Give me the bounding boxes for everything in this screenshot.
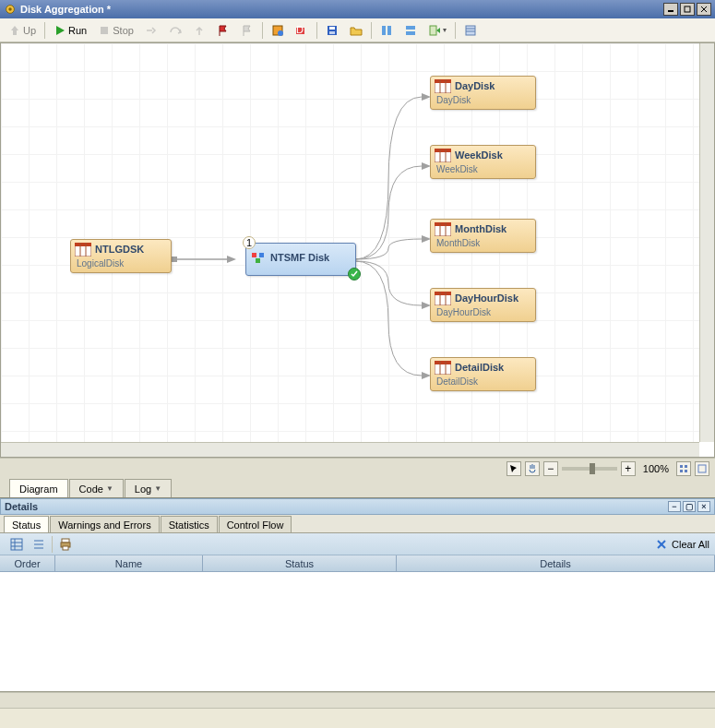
main-toolbar: Up Run Stop D ▾	[0, 18, 715, 42]
col-status[interactable]: Status	[203, 555, 397, 571]
svg-rect-24	[172, 257, 177, 262]
edge-proc-out4	[352, 257, 435, 313]
details-grid-header: Order Name Status Details	[0, 555, 715, 572]
details-header: Details − ▢ ×	[0, 498, 715, 515]
diagram-canvas[interactable]: NTLGDSK LogicalDisk NTSMF Disk 1 DayDisk…	[1, 43, 714, 457]
svg-rect-59	[680, 470, 683, 472]
table-icon	[435, 222, 451, 236]
svg-rect-36	[256, 258, 260, 263]
fit-button[interactable]	[676, 461, 691, 476]
window-title: Disk Aggregation *	[20, 4, 661, 15]
svg-text:D: D	[296, 24, 304, 35]
save-button[interactable]	[321, 21, 343, 40]
save-icon	[326, 24, 339, 37]
subtab-warnings[interactable]: Warnings and Errors	[50, 516, 159, 532]
svg-rect-46	[435, 222, 451, 226]
svg-rect-16	[406, 26, 415, 30]
view-list-button[interactable]	[28, 535, 50, 554]
scrollbar-horizontal[interactable]	[1, 442, 699, 457]
panel-close-button[interactable]: ×	[697, 501, 710, 512]
up-label: Up	[23, 25, 36, 36]
flag-icon	[217, 24, 230, 37]
tool-a-button[interactable]	[267, 21, 289, 40]
separator	[52, 536, 53, 553]
tool-b-button[interactable]: D	[291, 21, 313, 40]
minimize-button[interactable]	[663, 3, 678, 16]
clear-icon	[655, 538, 668, 551]
svg-marker-23	[227, 256, 236, 263]
play-icon	[54, 24, 66, 37]
separator	[455, 22, 456, 39]
tab-diagram[interactable]: Diagram	[9, 479, 68, 497]
zoom-slider[interactable]	[562, 467, 617, 471]
col-order[interactable]: Order	[0, 555, 55, 571]
node-weekdisk[interactable]: WeekDisk WeekDisk	[430, 145, 536, 179]
table-icon	[435, 149, 451, 162]
tab-code[interactable]: Code▼	[69, 479, 124, 497]
titlebar: Disk Aggregation *	[0, 0, 715, 18]
tab-log[interactable]: Log▼	[125, 479, 172, 497]
edge-proc-out5	[352, 257, 435, 383]
panel-restore-button[interactable]: ▢	[683, 501, 696, 512]
export-button[interactable]: ▾	[423, 21, 451, 40]
table-icon	[435, 292, 451, 305]
node-ntlgdsk[interactable]: NTLGDSK LogicalDisk	[70, 239, 172, 273]
node-title-text: WeekDisk	[455, 149, 503, 161]
node-detaildisk[interactable]: DetailDisk DetailDisk	[430, 357, 536, 391]
step-out-icon	[193, 24, 206, 37]
subtab-control-flow[interactable]: Control Flow	[219, 516, 292, 532]
node-ntsmf-disk[interactable]: NTSMF Disk 1	[245, 243, 356, 276]
zoom-in-button[interactable]: +	[621, 461, 636, 476]
svg-rect-18	[430, 26, 436, 35]
node-dayhourdisk[interactable]: DayHourDisk DayHourDisk	[430, 288, 536, 322]
layout1-button[interactable]	[375, 21, 398, 40]
svg-rect-3	[685, 6, 690, 12]
zoom-out-button[interactable]: −	[543, 461, 558, 476]
node-title-text: MonthDisk	[455, 223, 506, 234]
layout2-button[interactable]	[399, 21, 422, 40]
details-toolbar: Clear All	[0, 533, 715, 555]
col-details[interactable]: Details	[397, 555, 715, 571]
svg-rect-61	[698, 465, 706, 472]
scrollbar-vertical[interactable]	[699, 43, 714, 442]
run-button[interactable]: Run	[49, 21, 91, 40]
node-monthdisk[interactable]: MonthDisk MonthDisk	[430, 219, 536, 253]
zoom-bar: − + 100%	[0, 458, 715, 478]
zoom-level: 100%	[643, 463, 669, 474]
separator	[316, 22, 317, 39]
node-daydisk[interactable]: DayDisk DayDisk	[430, 76, 536, 110]
svg-point-8	[278, 30, 283, 36]
svg-rect-34	[252, 253, 256, 257]
svg-rect-13	[329, 31, 335, 34]
step-icon	[145, 24, 158, 37]
pointer-tool[interactable]	[506, 461, 521, 476]
close-button[interactable]	[697, 3, 711, 16]
layout2-icon	[404, 24, 417, 37]
pan-tool[interactable]	[525, 461, 540, 476]
panel-minimize-button[interactable]: −	[668, 501, 681, 512]
overview-button[interactable]	[695, 461, 709, 476]
svg-point-1	[8, 7, 12, 11]
edge-proc-out2	[352, 159, 435, 265]
layout1-icon	[380, 24, 393, 37]
maximize-button[interactable]	[680, 3, 695, 16]
svg-rect-54	[435, 361, 451, 364]
flag-button[interactable]	[212, 21, 234, 40]
print-button[interactable]	[54, 535, 77, 554]
separator	[44, 22, 45, 39]
status-bar	[0, 692, 715, 709]
subtab-statistics[interactable]: Statistics	[161, 516, 218, 532]
clear-all-button[interactable]: Clear All	[655, 538, 709, 551]
svg-rect-15	[387, 26, 391, 35]
badge-count: 1	[243, 236, 256, 249]
details-grid-body	[0, 572, 715, 692]
svg-rect-60	[685, 470, 687, 472]
view-grid-button[interactable]	[6, 535, 28, 554]
stop-icon	[98, 24, 111, 37]
subtab-status[interactable]: Status	[4, 516, 49, 532]
col-name[interactable]: Name	[55, 555, 203, 571]
properties-button[interactable]	[459, 21, 482, 40]
svg-rect-31	[75, 243, 91, 246]
folder-button[interactable]	[345, 21, 367, 40]
separator	[262, 22, 263, 39]
